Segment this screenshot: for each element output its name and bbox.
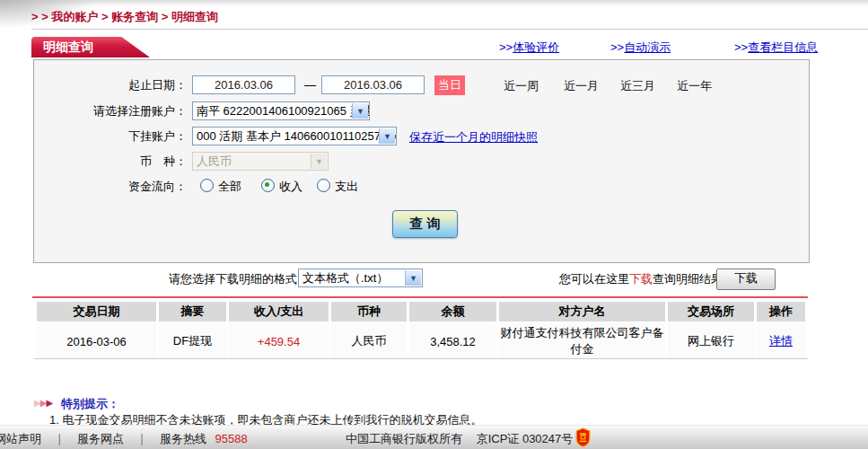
cell-balance: 3,458.12	[409, 323, 496, 359]
cell-summary: DF提现	[159, 323, 226, 359]
download-text-link[interactable]: 下载	[629, 272, 653, 286]
col-header-summary: 摘要	[159, 302, 226, 321]
link-label: 自动演示	[624, 40, 671, 54]
footer-link-branches[interactable]: 服务网点	[77, 432, 124, 445]
link-view-column-info[interactable]: >>查看栏目信息	[734, 40, 818, 56]
download-format-select[interactable]: 文本格式（.txt） ▼	[298, 269, 423, 287]
icp-number: 京ICP证 030247号	[477, 432, 574, 445]
cell-currency: 人民币	[331, 323, 407, 359]
currency-row: 币 种： 人民币 ▼	[34, 152, 809, 172]
footer-bar: 网站声明 ｜ 服务网点 ｜ 服务热线 95588 中国工商银行版权所有 京ICP…	[0, 425, 868, 449]
flow-row: 资金流向： 全部 收入 支出	[34, 177, 809, 197]
link-label: 体验评价	[513, 40, 559, 54]
footer-separator: ｜	[136, 432, 148, 445]
radio-checked-icon	[261, 179, 275, 192]
col-header-date: 交易日期	[37, 302, 156, 321]
table-row: 2016-03-06 DF提现 +459.54 人民币 3,458.12 财付通…	[37, 323, 805, 359]
download-format-label: 请您选择下载明细的格式	[169, 271, 297, 287]
table-bottom-rule	[34, 358, 808, 359]
footer-link-statement[interactable]: 网站声明	[0, 432, 41, 445]
account-select-value: 南平 6222001406100921065 灵通卡	[193, 102, 369, 119]
breadcrumb-divider	[31, 29, 868, 30]
date-to-input[interactable]	[321, 75, 425, 94]
query-form-panel: 起止日期： — 当日 近一周 近一月 近三月 近一年 请选择注册账户： 南平 6…	[33, 59, 810, 263]
currency-select: 人民币 ▼	[192, 152, 329, 171]
range-today-button[interactable]: 当日	[434, 75, 465, 95]
breadcrumb[interactable]: > > 我的账户 > 账务查询 > 明细查询	[31, 9, 218, 25]
date-from-input[interactable]	[192, 75, 295, 94]
download-button[interactable]: 下载	[716, 269, 776, 290]
currency-select-value: 人民币	[193, 153, 328, 170]
download-hint: 您可以在这里下载查询明细结果	[559, 271, 723, 287]
footer-separator: ｜	[54, 432, 66, 445]
triple-arrow-icon: ▶▶▶	[34, 398, 52, 408]
hotline-number[interactable]: 95588	[215, 432, 248, 445]
hotline-label: 服务热线	[160, 432, 206, 445]
range-month-link[interactable]: 近一月	[564, 78, 599, 94]
chevron-down-icon: ▼	[379, 128, 395, 144]
chevron-down-icon: ▼	[405, 270, 421, 286]
notice-title: 特别提示：	[61, 396, 119, 412]
download-hint-prefix: 您可以在这里	[559, 272, 629, 286]
download-hint-suffix: 查询明细结果	[653, 272, 723, 286]
flow-radio-income[interactable]: 收入	[261, 177, 302, 196]
sub-account-select-value: 000 活期 基本户 1406600101102571848	[193, 128, 396, 145]
link-prefix: >>	[610, 40, 624, 54]
cell-date: 2016-03-06	[37, 323, 156, 359]
link-prefix: >>	[734, 40, 748, 54]
col-header-currency: 币种	[331, 302, 407, 321]
currency-label: 币 种：	[34, 152, 187, 171]
range-week-link[interactable]: 近一周	[504, 78, 539, 94]
cell-channel: 网上银行	[668, 323, 754, 359]
flow-option-label: 全部	[218, 180, 241, 193]
footer-links: 网站声明 ｜ 服务网点 ｜ 服务热线 95588	[0, 431, 248, 447]
account-row: 请选择注册账户： 南平 6222001406100921065 灵通卡 ▼	[34, 101, 809, 121]
radio-icon	[200, 179, 214, 192]
account-select[interactable]: 南平 6222001406100921065 灵通卡 ▼	[192, 101, 370, 120]
chevron-down-icon: ▼	[311, 154, 327, 169]
col-header-balance: 余额	[409, 302, 496, 321]
sub-account-label: 下挂账户：	[34, 127, 187, 145]
link-experience-rating[interactable]: >>体验评价	[499, 40, 559, 56]
radio-icon	[317, 179, 330, 192]
footer-copyright: 中国工商银行版权所有 京ICP证 030247号	[346, 431, 573, 447]
date-range-label: 起止日期：	[34, 75, 187, 94]
chevron-down-icon: ▼	[352, 103, 368, 119]
account-label: 请选择注册账户：	[34, 101, 187, 120]
table-header-row: 交易日期 摘要 收入/支出 币种 余额 对方户名 交易场所 操作	[37, 302, 805, 321]
table-top-rule	[32, 296, 808, 298]
copyright-text: 中国工商银行版权所有	[346, 432, 462, 445]
link-prefix: >>	[499, 40, 513, 54]
col-header-counterparty: 对方户名	[499, 302, 665, 321]
link-auto-demo[interactable]: >>自动演示	[610, 40, 671, 56]
save-snapshot-link[interactable]: 保存近一个月的明细快照	[409, 129, 538, 145]
cell-counterparty: 财付通支付科技有限公司客户备付金	[499, 323, 665, 359]
sub-account-row: 下挂账户： 000 活期 基本户 1406600101102571848 ▼ 保…	[34, 127, 809, 146]
flow-option-label: 收入	[279, 180, 302, 193]
col-header-action: 操作	[757, 302, 805, 321]
date-row: 起止日期： — 当日 近一周 近一月 近三月 近一年	[34, 75, 809, 95]
range-quarter-link[interactable]: 近三月	[620, 78, 655, 94]
detail-link[interactable]: 详情	[769, 334, 793, 348]
cell-amount: +459.54	[229, 323, 329, 359]
flow-radio-expense[interactable]: 支出	[317, 177, 358, 196]
col-header-channel: 交易场所	[668, 302, 754, 321]
flow-radio-all[interactable]: 全部	[200, 177, 241, 196]
range-year-link[interactable]: 近一年	[677, 78, 712, 94]
security-badge-icon	[574, 427, 592, 447]
flow-option-label: 支出	[335, 180, 358, 193]
download-format-value: 文本格式（.txt）	[299, 269, 422, 286]
query-button[interactable]: 查 询	[392, 210, 458, 238]
link-label: 查看栏目信息	[748, 40, 818, 54]
flow-label: 资金流向：	[34, 177, 187, 196]
date-separator: —	[304, 78, 316, 92]
transaction-table: 交易日期 摘要 收入/支出 币种 余额 对方户名 交易场所 操作 2016-03…	[34, 300, 808, 361]
sub-account-select[interactable]: 000 活期 基本户 1406600101102571848 ▼	[192, 127, 397, 145]
col-header-amount: 收入/支出	[229, 302, 329, 321]
